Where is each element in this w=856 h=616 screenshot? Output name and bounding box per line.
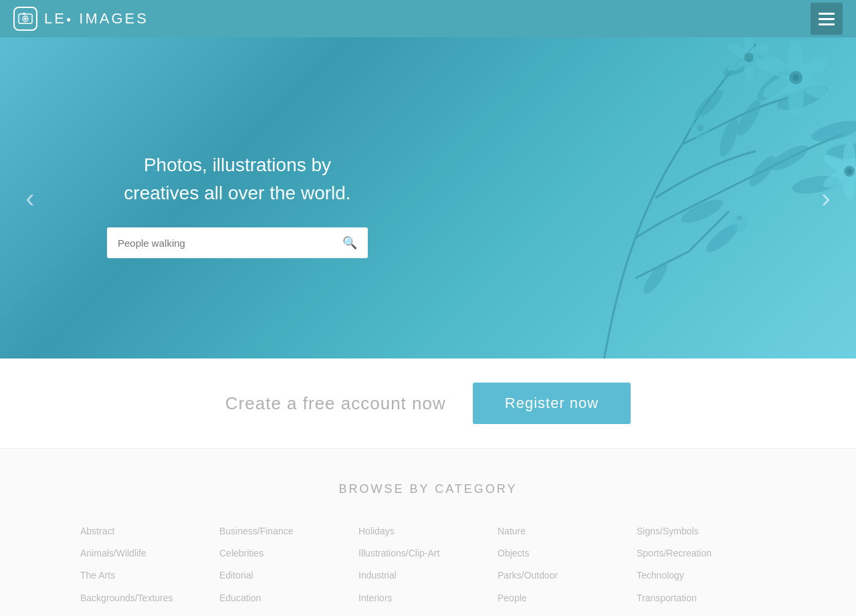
hero-prev-button[interactable]: ‹	[13, 181, 47, 215]
logo-icon	[13, 7, 37, 31]
hero-title: Photos, illustrations by creatives all o…	[107, 151, 368, 207]
svg-point-33	[847, 169, 852, 174]
svg-point-40	[744, 53, 754, 62]
category-link[interactable]: Transportation	[637, 590, 776, 607]
svg-point-44	[697, 124, 704, 131]
hamburger-line-1	[819, 13, 835, 15]
svg-rect-3	[23, 13, 25, 15]
category-link[interactable]: Nature	[498, 523, 637, 540]
category-col-3: NatureObjectsParks/OutdoorPeopleReligion…	[498, 523, 637, 616]
menu-button[interactable]	[811, 3, 843, 35]
categories-section: BROWSE BY CATEGORY AbstractAnimals/Wildl…	[0, 449, 856, 616]
hamburger-line-2	[819, 18, 835, 20]
cta-text: Create a free account now	[225, 393, 446, 414]
cta-section: Create a free account now Register now	[0, 358, 856, 449]
hero-section: ‹ › Photos, illustrations by creatives a…	[0, 37, 856, 358]
logo: LE● IMAGES	[13, 7, 148, 31]
category-link[interactable]: Backgrounds/Textures	[80, 590, 219, 607]
category-link[interactable]: Editorial	[219, 567, 358, 584]
category-col-0: AbstractAnimals/WildlifeThe ArtsBackgrou…	[80, 523, 219, 616]
category-link[interactable]: Beauty/Fashion	[80, 612, 219, 616]
search-box: 🔍	[107, 227, 368, 258]
category-col-1: Business/FinanceCelebritiesEditorialEduc…	[219, 523, 358, 616]
hero-content: Photos, illustrations by creatives all o…	[0, 138, 368, 258]
category-link[interactable]: Celebrities	[219, 545, 358, 562]
category-link[interactable]: The Arts	[80, 567, 219, 584]
search-button[interactable]: 🔍	[332, 227, 368, 258]
svg-point-17	[640, 260, 671, 297]
category-link[interactable]: Food and Drink	[219, 612, 358, 616]
category-link[interactable]: Interiors	[358, 590, 498, 607]
category-link[interactable]: Education	[219, 590, 358, 607]
next-arrow-icon: ›	[821, 183, 830, 213]
hero-title-line2: creatives all over the world.	[124, 183, 350, 203]
hamburger-line-3	[819, 23, 835, 25]
category-col-4: Signs/SymbolsSports/RecreationTechnology…	[637, 523, 776, 616]
svg-point-13	[691, 87, 726, 122]
search-icon: 🔍	[342, 236, 357, 249]
logo-text: LE● IMAGES	[44, 10, 148, 27]
category-link[interactable]: Animals/Wildlife	[80, 545, 219, 562]
hero-title-line1: Photos, illustrations by	[144, 155, 331, 175]
categories-heading: BROWSE BY CATEGORY	[80, 482, 776, 496]
svg-point-2	[24, 17, 27, 20]
category-link[interactable]: Business/Finance	[219, 523, 358, 540]
search-input[interactable]	[107, 228, 332, 258]
category-link[interactable]: People	[498, 590, 637, 607]
category-link[interactable]: Holidays	[358, 523, 498, 540]
hero-flower-decoration	[334, 37, 856, 358]
category-link[interactable]: Industrial	[358, 567, 498, 584]
category-link[interactable]: Illustrations/Clip-Art	[358, 545, 498, 562]
svg-point-10	[745, 152, 779, 190]
svg-point-25	[792, 74, 799, 81]
category-col-2: HolidaysIllustrations/Clip-ArtIndustrial…	[358, 523, 498, 616]
svg-point-6	[733, 97, 764, 138]
category-link[interactable]: Miscellaneous	[358, 612, 498, 616]
categories-grid: AbstractAnimals/WildlifeThe ArtsBackgrou…	[80, 523, 776, 616]
category-link[interactable]: Abstract	[80, 523, 219, 540]
register-button[interactable]: Register now	[473, 383, 631, 424]
site-header: LE● IMAGES	[0, 0, 856, 37]
category-link[interactable]: Parks/Outdoor	[498, 567, 637, 584]
svg-point-12	[716, 116, 742, 159]
category-link[interactable]: Vectors	[637, 612, 776, 616]
hero-next-button[interactable]: ›	[809, 181, 843, 215]
category-link[interactable]: Technology	[637, 567, 776, 584]
svg-point-47	[737, 215, 742, 221]
category-link[interactable]: Sports/Recreation	[637, 545, 776, 562]
category-link[interactable]: Signs/Symbols	[637, 523, 776, 540]
svg-point-7	[809, 117, 856, 146]
category-link[interactable]: Objects	[498, 545, 637, 562]
prev-arrow-icon: ‹	[25, 183, 34, 213]
category-link[interactable]: Religion	[498, 612, 637, 616]
